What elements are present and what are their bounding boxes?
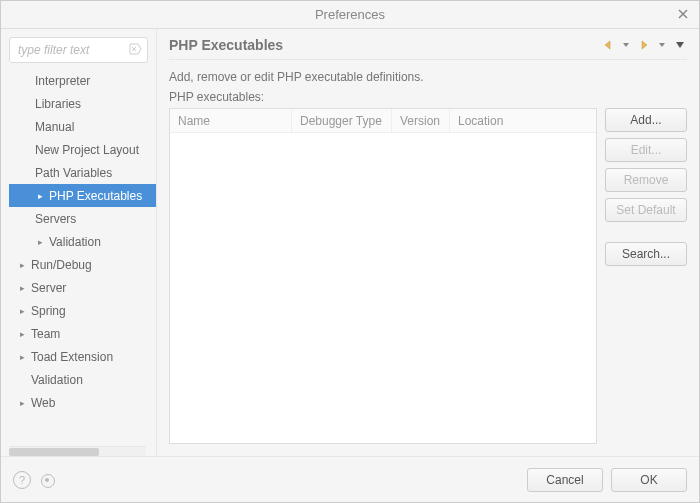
tree-item[interactable]: Interpreter <box>9 69 156 92</box>
tree-item-label: Run/Debug <box>31 258 92 272</box>
cancel-button[interactable]: Cancel <box>527 468 603 492</box>
set-default-button[interactable]: Set Default <box>605 198 687 222</box>
expand-arrow-icon[interactable]: ▸ <box>17 352 27 362</box>
expand-arrow-icon[interactable]: ▸ <box>35 191 45 201</box>
import-export-icon[interactable] <box>39 472 55 488</box>
page-title: PHP Executables <box>169 37 283 53</box>
tree-item[interactable]: Manual <box>9 115 156 138</box>
tree-item[interactable]: Libraries <box>9 92 156 115</box>
help-icon[interactable]: ? <box>13 471 31 489</box>
tree-item-label: Spring <box>31 304 66 318</box>
expand-arrow-icon[interactable]: ▸ <box>17 260 27 270</box>
add-button[interactable]: Add... <box>605 108 687 132</box>
expand-arrow-icon[interactable]: ▸ <box>35 237 45 247</box>
tree-item[interactable]: Validation <box>9 368 156 391</box>
close-icon[interactable] <box>675 6 691 22</box>
tree-item-label: Interpreter <box>35 74 90 88</box>
title-bar: Preferences <box>1 1 699 29</box>
column-name[interactable]: Name <box>170 109 292 132</box>
tree-item[interactable]: ▸PHP Executables <box>9 184 156 207</box>
forward-icon[interactable] <box>637 38 651 52</box>
column-location[interactable]: Location <box>450 109 596 132</box>
ok-button[interactable]: OK <box>611 468 687 492</box>
column-debugger-type[interactable]: Debugger Type <box>292 109 392 132</box>
tree-item[interactable]: Path Variables <box>9 161 156 184</box>
tree-item[interactable]: ▸Spring <box>9 299 156 322</box>
executables-table[interactable]: Name Debugger Type Version Location <box>169 108 597 444</box>
column-version[interactable]: Version <box>392 109 450 132</box>
table-body <box>170 133 596 443</box>
tree-item-label: Path Variables <box>35 166 112 180</box>
tree-item[interactable]: ▸Run/Debug <box>9 253 156 276</box>
tree-item[interactable]: Servers <box>9 207 156 230</box>
expand-arrow-icon[interactable]: ▸ <box>17 283 27 293</box>
edit-button[interactable]: Edit... <box>605 138 687 162</box>
tree-item-label: Manual <box>35 120 74 134</box>
forward-menu-icon[interactable] <box>655 38 669 52</box>
window-title: Preferences <box>315 7 385 22</box>
tree-item[interactable]: ▸Web <box>9 391 156 414</box>
expand-arrow-icon[interactable]: ▸ <box>17 306 27 316</box>
preferences-tree[interactable]: InterpreterLibrariesManualNew Project La… <box>9 69 156 446</box>
page-description: Add, remove or edit PHP executable defin… <box>169 60 687 90</box>
tree-item[interactable]: ▸Validation <box>9 230 156 253</box>
tree-item-label: Team <box>31 327 60 341</box>
tree-item-label: Toad Extension <box>31 350 113 364</box>
tree-item-label: New Project Layout <box>35 143 139 157</box>
tree-item[interactable]: ▸Team <box>9 322 156 345</box>
search-button[interactable]: Search... <box>605 242 687 266</box>
tree-item[interactable]: New Project Layout <box>9 138 156 161</box>
expand-arrow-icon[interactable]: ▸ <box>17 398 27 408</box>
expand-arrow-icon[interactable]: ▸ <box>17 329 27 339</box>
tree-item-label: Validation <box>49 235 101 249</box>
scrollbar-thumb[interactable] <box>9 448 99 456</box>
tree-item-label: Libraries <box>35 97 81 111</box>
tree-item-label: PHP Executables <box>49 189 142 203</box>
view-menu-icon[interactable] <box>673 38 687 52</box>
remove-button[interactable]: Remove <box>605 168 687 192</box>
tree-item-label: Validation <box>31 373 83 387</box>
back-menu-icon[interactable] <box>619 38 633 52</box>
tree-item[interactable]: ▸Toad Extension <box>9 345 156 368</box>
tree-item-label: Server <box>31 281 66 295</box>
executables-label: PHP executables: <box>169 90 687 108</box>
tree-item[interactable]: ▸Server <box>9 276 156 299</box>
tree-item-label: Web <box>31 396 55 410</box>
horizontal-scrollbar[interactable] <box>9 446 146 456</box>
back-icon[interactable] <box>601 38 615 52</box>
tree-item-label: Servers <box>35 212 76 226</box>
clear-filter-icon[interactable] <box>128 42 142 56</box>
